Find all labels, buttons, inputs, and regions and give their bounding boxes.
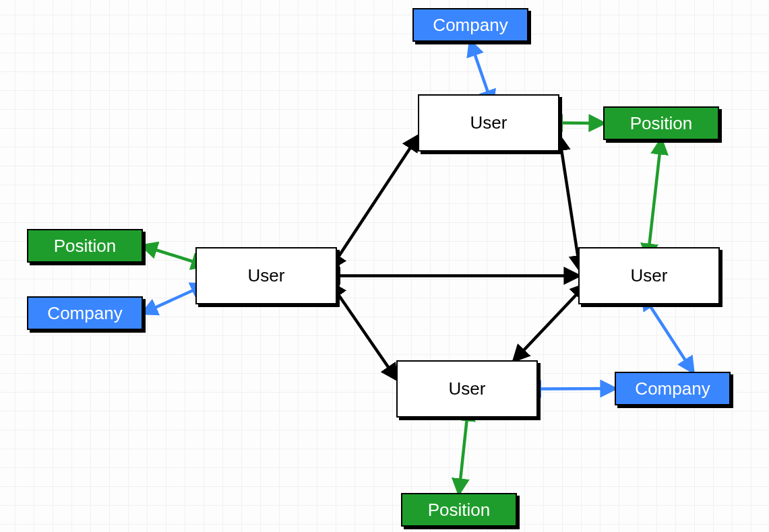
- edge-user_right-user_top: [559, 137, 578, 259]
- node-company-top[interactable]: Company: [412, 8, 528, 42]
- edge-user_bottom-company_right: [538, 389, 615, 389]
- node-label: Position: [630, 113, 693, 134]
- edge-user_right-user_bottom: [514, 293, 578, 361]
- node-position-bottom[interactable]: Position: [401, 493, 517, 527]
- edge-user_left-user_bottom: [337, 293, 396, 379]
- diagram-canvas: User User User User Company Company Comp…: [0, 0, 769, 532]
- node-user-left[interactable]: User: [195, 247, 337, 304]
- node-user-top[interactable]: User: [418, 94, 559, 152]
- edge-user_top-position_top: [559, 123, 603, 124]
- edge-user_left-company_left: [143, 290, 195, 314]
- edge-user_left-position_left: [143, 246, 195, 263]
- node-label: User: [449, 378, 486, 399]
- edge-user_right-position_top: [649, 140, 661, 247]
- node-label: Position: [428, 500, 491, 521]
- node-label: User: [631, 265, 668, 286]
- node-position-top[interactable]: Position: [603, 106, 719, 140]
- edge-user_right-company_right: [649, 304, 693, 372]
- node-label: Company: [635, 378, 710, 399]
- node-label: Company: [433, 15, 507, 36]
- node-user-bottom[interactable]: User: [396, 360, 538, 418]
- node-company-left[interactable]: Company: [27, 296, 143, 330]
- node-label: User: [470, 112, 507, 133]
- edge-user_bottom-position_bottom: [459, 418, 467, 493]
- node-label: User: [248, 265, 285, 286]
- edge-user_top-company_top: [470, 42, 489, 94]
- node-label: Company: [47, 303, 122, 324]
- node-label: Position: [54, 236, 117, 257]
- node-user-right[interactable]: User: [578, 247, 720, 304]
- node-position-left[interactable]: Position: [27, 229, 143, 263]
- node-company-right[interactable]: Company: [615, 372, 731, 405]
- edge-user_left-user_top: [337, 137, 418, 259]
